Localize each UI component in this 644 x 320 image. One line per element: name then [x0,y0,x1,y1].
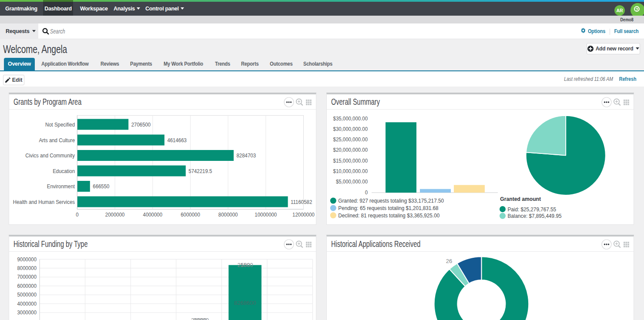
svg-text:5742219.5: 5742219.5 [188,168,212,174]
svg-text:Civics and Community: Civics and Community [25,152,75,159]
svg-text:Not Specified: Not Specified [45,121,75,128]
svg-text:11160582: 11160582 [291,199,312,205]
svg-text:2000000: 2000000 [105,211,125,218]
svg-text:$10,000,000.00: $10,000,000.00 [333,168,368,174]
svg-text:$20,000,000.00: $20,000,000.00 [333,147,368,153]
svg-text:0: 0 [365,189,368,196]
svg-text:4000000: 4000000 [143,211,163,218]
svg-text:12000000: 12000000 [292,211,315,218]
svg-text:Granted: 927 requests totaling: Granted: 927 requests totaling $33,175,2… [338,197,444,204]
svg-text:Paid: $25,279,767.55: Paid: $25,279,767.55 [508,206,557,213]
svg-text:$30,000,000.00: $30,000,000.00 [333,126,368,132]
svg-text:Education: Education [53,168,75,174]
svg-text:Arts and Culture: Arts and Culture [39,137,75,143]
svg-text:8284703: 8284703 [237,152,256,159]
svg-text:Environment: Environment [47,183,75,190]
svg-text:0: 0 [76,211,79,218]
svg-text:10000000: 10000000 [255,211,277,218]
svg-text:8000000: 8000000 [218,211,238,218]
svg-text:Balance: $7,895,449.95: Balance: $7,895,449.95 [508,213,562,219]
svg-text:Granted amount: Granted amount [500,195,541,202]
svg-text:4614663: 4614663 [167,137,187,143]
svg-text:3000000: 3000000 [17,310,37,316]
svg-text:Declined: 81 requests totaling: Declined: 81 requests totaling $3,365,92… [338,212,439,219]
svg-text:26: 26 [446,258,452,264]
svg-text:7000000: 7000000 [17,274,37,280]
svg-text:666550: 666550 [93,183,109,190]
svg-text:6000000: 6000000 [181,211,200,218]
svg-text:6000000: 6000000 [17,283,37,289]
svg-text:8268600: 8268600 [234,300,256,306]
svg-text:5000000: 5000000 [17,292,37,298]
svg-text:$25,000,000.00: $25,000,000.00 [333,136,368,143]
svg-text:1500: 1500 [241,262,253,268]
svg-text:4000000: 4000000 [17,300,37,307]
svg-text:2706500: 2706500 [131,121,151,128]
svg-text:9000000: 9000000 [17,256,37,263]
svg-text:$5,000,000.00: $5,000,000.00 [336,179,368,185]
svg-text:Pending: 65 requests totaling: Pending: 65 requests totaling $1,201,831… [338,205,438,211]
svg-text:Health and Human Services: Health and Human Services [13,199,75,205]
svg-text:8000000: 8000000 [17,265,37,271]
svg-text:$15,000,000.00: $15,000,000.00 [333,157,368,164]
svg-text:30000: 30000 [193,317,209,320]
svg-text:$35,000,000.00: $35,000,000.00 [333,115,368,122]
